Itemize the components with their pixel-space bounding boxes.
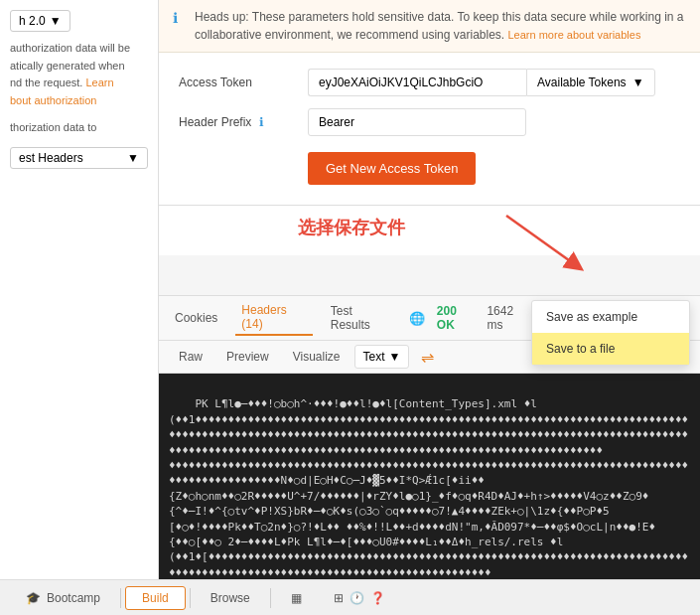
auth-form: Access Token Available Tokens ▼ Header P… [159,53,700,206]
version-label: h 2.0 [19,14,46,28]
raw-tab[interactable]: Raw [169,346,212,368]
save-as-example-item[interactable]: Save as example [532,301,689,333]
available-tokens-label: Available Tokens [537,76,627,89]
version-dropdown[interactable]: h 2.0 ▼ [10,10,70,32]
header-dropdown[interactable]: est Headers ▼ [10,147,148,169]
header-dropdown-label: est Headers [19,151,83,165]
version-dropdown-icon: ▼ [50,14,62,28]
annotation-area: 选择保存文件 [159,206,700,255]
clock-icon: 🕐 [350,591,364,605]
header-prefix-row: Header Prefix ℹ [179,108,680,136]
access-token-label: Access Token [179,76,308,89]
available-tokens-dropdown[interactable]: Available Tokens ▼ [526,69,655,96]
learn-variables-link[interactable]: Learn more about variables [508,29,641,41]
left-sidebar: h 2.0 ▼ authorization data will be atica… [0,0,159,579]
build-nav-item[interactable]: Build [125,586,186,610]
header-prefix-label: Header Prefix ℹ [179,115,308,129]
help-icon: ❓ [370,591,385,605]
access-token-row: Access Token Available Tokens ▼ [179,69,680,96]
save-to-file-item[interactable]: Save to a file [532,333,689,365]
status-ok: 200 OK [437,304,476,332]
about-auth-link[interactable]: bout authorization [10,94,96,106]
main-area: Heads up: These parameters hold sensitiv… [159,0,700,579]
save-response-dropdown: Save as example Save to a file [531,300,690,366]
nav-divider-1 [120,588,121,608]
available-tokens-icon: ▼ [632,76,644,89]
browse-nav-item[interactable]: Browse [195,587,266,609]
globe-icon: 🌐 [409,311,425,326]
nav-divider-3 [270,588,271,608]
text-dropdown-icon: ▼ [389,350,401,364]
response-time: 1642 ms [487,304,529,332]
header-prefix-info-icon: ℹ [259,115,264,129]
annotation-arrow [496,206,596,275]
access-token-input[interactable] [308,69,526,96]
learn-link[interactable]: Learn [85,77,113,88]
svg-line-1 [506,216,576,265]
text-format-dropdown[interactable]: Text ▼ [354,345,410,369]
sidebar-header: h 2.0 ▼ [10,10,148,32]
settings-icon: ⊞ [334,591,344,605]
cookies-tab[interactable]: Cookies [169,308,223,328]
visualize-tab[interactable]: Visualize [283,346,350,368]
auth-data-label: thorization data to [10,119,148,137]
bottom-nav: 🎓 Bootcamp Build Browse ▦ ⊞ 🕐 ❓ [0,579,700,615]
header-dropdown-icon: ▼ [127,151,139,165]
annotation-text: 选择保存文件 [298,216,405,239]
settings-icon-button[interactable]: ⊞ 🕐 ❓ [318,587,401,609]
test-results-tab[interactable]: Test Results [325,301,397,335]
nav-divider-2 [190,588,191,608]
layout-icon-button[interactable]: ▦ [275,587,318,609]
bootcamp-icon: 🎓 [26,591,41,605]
preview-tab[interactable]: Preview [216,346,279,368]
text-tab-label: Text [363,350,385,364]
get-new-access-token-button[interactable]: Get New Access Token [308,152,476,185]
bootcamp-nav-item[interactable]: 🎓 Bootcamp [10,587,116,609]
info-bar: Heads up: These parameters hold sensitiv… [159,0,700,53]
headers-tab[interactable]: Headers (14) [235,300,312,336]
sidebar-auth-note: authorization data will be atically gene… [10,40,148,109]
sort-icon[interactable]: ⇌ [421,348,434,367]
header-prefix-input[interactable] [308,108,526,136]
response-content: PK L¶l●─♦♦♦!○b○h^·♦♦♦!●♦♦l!●♦l[Content_T… [159,374,700,592]
